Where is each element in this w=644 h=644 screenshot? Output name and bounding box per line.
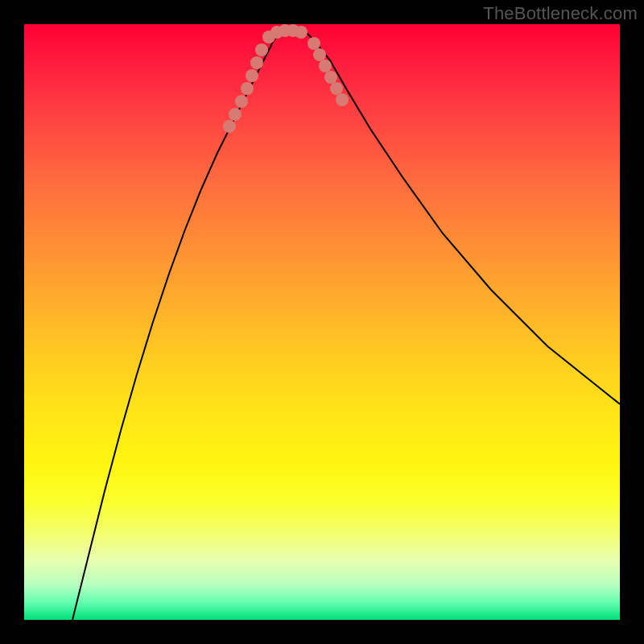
highlight-dot [330,82,343,95]
highlight-dot [313,48,326,61]
highlight-dot [319,60,332,72]
highlight-dot [246,69,258,82]
highlight-dots [223,24,349,133]
highlight-dot [250,56,263,69]
highlight-dot [336,93,349,106]
highlight-dot [229,108,242,121]
highlight-dot [295,26,308,39]
highlight-dot [223,120,236,133]
highlight-dot [308,37,320,50]
highlight-dot [241,82,254,95]
curve-layer [24,24,620,620]
highlight-dot [255,43,268,56]
chart-frame: TheBottleneck.com [0,0,644,644]
bottleneck-curve [72,28,620,620]
highlight-dot [235,95,248,108]
highlight-dot [324,71,337,84]
plot-area [24,24,620,620]
attribution-text: TheBottleneck.com [483,3,638,24]
